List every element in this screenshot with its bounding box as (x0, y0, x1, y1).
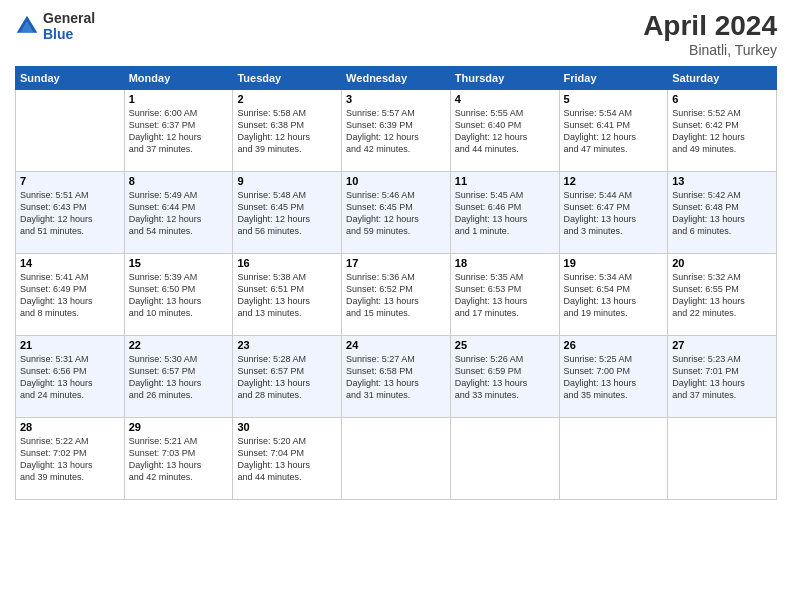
day-info: Sunrise: 5:55 AM Sunset: 6:40 PM Dayligh… (455, 107, 555, 156)
week-row-2: 7Sunrise: 5:51 AM Sunset: 6:43 PM Daylig… (16, 172, 777, 254)
day-number: 15 (129, 257, 229, 269)
day-number: 25 (455, 339, 555, 351)
day-number: 10 (346, 175, 446, 187)
day-cell: 7Sunrise: 5:51 AM Sunset: 6:43 PM Daylig… (16, 172, 125, 254)
weekday-header-sunday: Sunday (16, 67, 125, 90)
day-cell: 27Sunrise: 5:23 AM Sunset: 7:01 PM Dayli… (668, 336, 777, 418)
day-cell: 3Sunrise: 5:57 AM Sunset: 6:39 PM Daylig… (342, 90, 451, 172)
day-cell: 28Sunrise: 5:22 AM Sunset: 7:02 PM Dayli… (16, 418, 125, 500)
day-cell: 17Sunrise: 5:36 AM Sunset: 6:52 PM Dayli… (342, 254, 451, 336)
day-info: Sunrise: 5:34 AM Sunset: 6:54 PM Dayligh… (564, 271, 664, 320)
calendar: SundayMondayTuesdayWednesdayThursdayFrid… (15, 66, 777, 500)
location: Binatli, Turkey (643, 42, 777, 58)
day-info: Sunrise: 5:35 AM Sunset: 6:53 PM Dayligh… (455, 271, 555, 320)
day-cell: 16Sunrise: 5:38 AM Sunset: 6:51 PM Dayli… (233, 254, 342, 336)
day-cell (559, 418, 668, 500)
day-number: 14 (20, 257, 120, 269)
day-info: Sunrise: 5:58 AM Sunset: 6:38 PM Dayligh… (237, 107, 337, 156)
day-number: 9 (237, 175, 337, 187)
week-row-1: 1Sunrise: 6:00 AM Sunset: 6:37 PM Daylig… (16, 90, 777, 172)
day-cell: 12Sunrise: 5:44 AM Sunset: 6:47 PM Dayli… (559, 172, 668, 254)
day-info: Sunrise: 5:41 AM Sunset: 6:49 PM Dayligh… (20, 271, 120, 320)
day-info: Sunrise: 5:48 AM Sunset: 6:45 PM Dayligh… (237, 189, 337, 238)
day-cell: 15Sunrise: 5:39 AM Sunset: 6:50 PM Dayli… (124, 254, 233, 336)
day-cell (342, 418, 451, 500)
day-cell: 9Sunrise: 5:48 AM Sunset: 6:45 PM Daylig… (233, 172, 342, 254)
day-info: Sunrise: 5:42 AM Sunset: 6:48 PM Dayligh… (672, 189, 772, 238)
weekday-header-friday: Friday (559, 67, 668, 90)
day-number: 19 (564, 257, 664, 269)
day-number: 27 (672, 339, 772, 351)
day-info: Sunrise: 6:00 AM Sunset: 6:37 PM Dayligh… (129, 107, 229, 156)
day-number: 11 (455, 175, 555, 187)
weekday-header-wednesday: Wednesday (342, 67, 451, 90)
day-number: 16 (237, 257, 337, 269)
day-info: Sunrise: 5:25 AM Sunset: 7:00 PM Dayligh… (564, 353, 664, 402)
day-cell (668, 418, 777, 500)
day-info: Sunrise: 5:32 AM Sunset: 6:55 PM Dayligh… (672, 271, 772, 320)
day-cell: 18Sunrise: 5:35 AM Sunset: 6:53 PM Dayli… (450, 254, 559, 336)
day-cell: 6Sunrise: 5:52 AM Sunset: 6:42 PM Daylig… (668, 90, 777, 172)
day-info: Sunrise: 5:27 AM Sunset: 6:58 PM Dayligh… (346, 353, 446, 402)
day-info: Sunrise: 5:39 AM Sunset: 6:50 PM Dayligh… (129, 271, 229, 320)
day-info: Sunrise: 5:44 AM Sunset: 6:47 PM Dayligh… (564, 189, 664, 238)
day-info: Sunrise: 5:31 AM Sunset: 6:56 PM Dayligh… (20, 353, 120, 402)
day-number: 17 (346, 257, 446, 269)
day-cell: 8Sunrise: 5:49 AM Sunset: 6:44 PM Daylig… (124, 172, 233, 254)
day-info: Sunrise: 5:46 AM Sunset: 6:45 PM Dayligh… (346, 189, 446, 238)
day-number: 1 (129, 93, 229, 105)
day-cell: 23Sunrise: 5:28 AM Sunset: 6:57 PM Dayli… (233, 336, 342, 418)
weekday-header-thursday: Thursday (450, 67, 559, 90)
day-number: 29 (129, 421, 229, 433)
day-number: 22 (129, 339, 229, 351)
day-cell: 10Sunrise: 5:46 AM Sunset: 6:45 PM Dayli… (342, 172, 451, 254)
day-cell (450, 418, 559, 500)
weekday-header-monday: Monday (124, 67, 233, 90)
week-row-3: 14Sunrise: 5:41 AM Sunset: 6:49 PM Dayli… (16, 254, 777, 336)
day-info: Sunrise: 5:54 AM Sunset: 6:41 PM Dayligh… (564, 107, 664, 156)
day-cell: 24Sunrise: 5:27 AM Sunset: 6:58 PM Dayli… (342, 336, 451, 418)
logo-icon (15, 14, 39, 38)
day-cell: 29Sunrise: 5:21 AM Sunset: 7:03 PM Dayli… (124, 418, 233, 500)
day-cell: 21Sunrise: 5:31 AM Sunset: 6:56 PM Dayli… (16, 336, 125, 418)
day-cell: 22Sunrise: 5:30 AM Sunset: 6:57 PM Dayli… (124, 336, 233, 418)
day-number: 12 (564, 175, 664, 187)
day-info: Sunrise: 5:21 AM Sunset: 7:03 PM Dayligh… (129, 435, 229, 484)
day-cell: 19Sunrise: 5:34 AM Sunset: 6:54 PM Dayli… (559, 254, 668, 336)
day-cell: 14Sunrise: 5:41 AM Sunset: 6:49 PM Dayli… (16, 254, 125, 336)
day-cell: 26Sunrise: 5:25 AM Sunset: 7:00 PM Dayli… (559, 336, 668, 418)
day-info: Sunrise: 5:49 AM Sunset: 6:44 PM Dayligh… (129, 189, 229, 238)
day-info: Sunrise: 5:36 AM Sunset: 6:52 PM Dayligh… (346, 271, 446, 320)
logo-general: General (43, 10, 95, 26)
day-number: 13 (672, 175, 772, 187)
title-block: April 2024 Binatli, Turkey (643, 10, 777, 58)
day-cell: 11Sunrise: 5:45 AM Sunset: 6:46 PM Dayli… (450, 172, 559, 254)
day-number: 2 (237, 93, 337, 105)
day-info: Sunrise: 5:20 AM Sunset: 7:04 PM Dayligh… (237, 435, 337, 484)
day-cell (16, 90, 125, 172)
weekday-header-saturday: Saturday (668, 67, 777, 90)
day-number: 28 (20, 421, 120, 433)
day-number: 24 (346, 339, 446, 351)
day-cell: 25Sunrise: 5:26 AM Sunset: 6:59 PM Dayli… (450, 336, 559, 418)
day-number: 7 (20, 175, 120, 187)
day-number: 3 (346, 93, 446, 105)
week-row-4: 21Sunrise: 5:31 AM Sunset: 6:56 PM Dayli… (16, 336, 777, 418)
day-number: 26 (564, 339, 664, 351)
day-cell: 1Sunrise: 6:00 AM Sunset: 6:37 PM Daylig… (124, 90, 233, 172)
day-info: Sunrise: 5:23 AM Sunset: 7:01 PM Dayligh… (672, 353, 772, 402)
weekday-header-row: SundayMondayTuesdayWednesdayThursdayFrid… (16, 67, 777, 90)
logo-text: General Blue (43, 10, 95, 42)
day-number: 5 (564, 93, 664, 105)
day-info: Sunrise: 5:30 AM Sunset: 6:57 PM Dayligh… (129, 353, 229, 402)
day-number: 23 (237, 339, 337, 351)
day-number: 8 (129, 175, 229, 187)
day-info: Sunrise: 5:51 AM Sunset: 6:43 PM Dayligh… (20, 189, 120, 238)
day-info: Sunrise: 5:52 AM Sunset: 6:42 PM Dayligh… (672, 107, 772, 156)
day-info: Sunrise: 5:45 AM Sunset: 6:46 PM Dayligh… (455, 189, 555, 238)
page: General Blue April 2024 Binatli, Turkey … (0, 0, 792, 612)
day-cell: 13Sunrise: 5:42 AM Sunset: 6:48 PM Dayli… (668, 172, 777, 254)
day-number: 4 (455, 93, 555, 105)
day-cell: 5Sunrise: 5:54 AM Sunset: 6:41 PM Daylig… (559, 90, 668, 172)
day-info: Sunrise: 5:57 AM Sunset: 6:39 PM Dayligh… (346, 107, 446, 156)
